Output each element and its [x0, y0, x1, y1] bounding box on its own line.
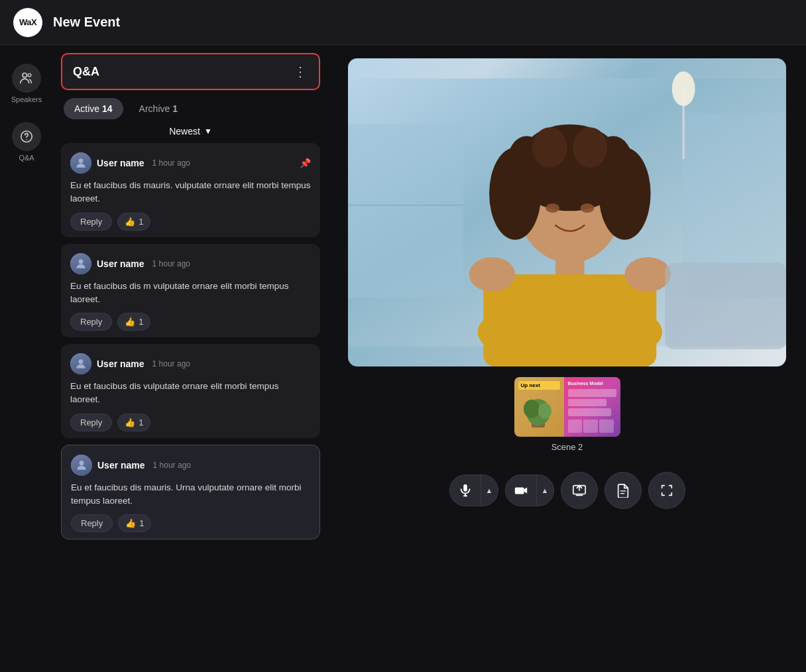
scene-thumb-right: Business Model	[564, 377, 620, 437]
sidebar-item-qa[interactable]: Q&A	[7, 117, 46, 167]
like-count-2: 1	[139, 317, 143, 327]
svg-point-6	[79, 359, 84, 364]
q-user-row-3: User name 1 hour ago	[70, 353, 311, 374]
pin-icon-1: 📌	[300, 158, 311, 168]
avatar-4	[71, 455, 92, 476]
thumb-up-icon-2: 👍	[125, 317, 135, 327]
svg-point-27	[581, 203, 595, 213]
topbar: WaX New Event	[0, 0, 806, 45]
svg-point-5	[79, 259, 84, 264]
thumb-up-icon-4: 👍	[125, 518, 136, 528]
svg-point-7	[80, 461, 84, 465]
question-card-2: User name 1 hour ago Eu et faucibus dis …	[61, 244, 320, 338]
q-time-1: 1 hour ago	[152, 158, 190, 168]
thumb-up-icon-1: 👍	[125, 217, 135, 227]
svg-point-29	[624, 257, 671, 292]
q-time-3: 1 hour ago	[152, 359, 190, 368]
q-text-1: Eu et faucibus dis mauris. vulputate orn…	[70, 179, 311, 206]
like-count-1: 1	[139, 217, 143, 227]
svg-point-26	[546, 203, 559, 213]
scene-thumbnail[interactable]: Up next Business Model	[514, 377, 620, 437]
q-user-row-4: User name 1 hour ago	[71, 455, 310, 476]
avatar-2	[70, 253, 91, 274]
qa-panel-title: Q&A	[73, 65, 99, 79]
business-model-label: Business Model	[568, 381, 616, 386]
svg-point-25	[573, 127, 607, 168]
document-button[interactable]	[604, 472, 642, 509]
sidebar: Speakers Q&A	[0, 45, 53, 672]
username-2: User name	[97, 258, 144, 269]
qa-tabs: Active 14 Archive 1	[61, 98, 320, 119]
video-container	[348, 58, 786, 366]
q-actions-1: Reply 👍 1	[70, 213, 311, 231]
reply-button-1[interactable]: Reply	[70, 213, 112, 231]
like-button-4[interactable]: 👍 1	[118, 514, 151, 532]
q-text-2: Eu et faucibus dis m vulputate ornare el…	[70, 280, 311, 307]
q-text-3: Eu et faucibus dis vulputate ornare elit…	[70, 380, 311, 407]
sort-chevron-icon: ▼	[204, 127, 212, 136]
wax-logo: WaX	[13, 8, 42, 37]
svg-point-33	[524, 400, 540, 418]
reply-button-4[interactable]: Reply	[71, 514, 113, 532]
reply-button-2[interactable]: Reply	[70, 313, 112, 331]
q-text-4: Eu et faucibus dis mauris. Urna vulputat…	[71, 481, 310, 508]
camera-chevron-icon[interactable]: ▲	[536, 475, 553, 506]
more-options-button[interactable]: ⋮	[294, 64, 308, 80]
share-screen-button[interactable]	[561, 472, 598, 509]
like-count-3: 1	[139, 418, 143, 427]
fullscreen-button[interactable]	[648, 472, 685, 509]
q-actions-3: Reply 👍 1	[70, 414, 311, 431]
q-actions-4: Reply 👍 1	[71, 514, 310, 532]
svg-rect-9	[348, 125, 463, 298]
q-time-4: 1 hour ago	[153, 461, 191, 470]
qa-icon	[12, 122, 41, 151]
sort-dropdown[interactable]: Newest ▼	[61, 126, 320, 137]
speakers-icon	[12, 64, 41, 93]
svg-point-28	[469, 257, 516, 292]
page-title: New Event	[53, 15, 120, 30]
username-3: User name	[97, 359, 144, 369]
video-feed	[348, 58, 786, 366]
username-4: User name	[97, 460, 145, 471]
thumb-up-icon-3: 👍	[125, 418, 135, 427]
tab-archive[interactable]: Archive 1	[129, 98, 188, 119]
svg-point-1	[28, 74, 31, 77]
question-card-4: User name 1 hour ago Eu et faucibus dis …	[61, 445, 320, 540]
like-count-4: 1	[139, 518, 144, 528]
up-next-badge: Up next	[518, 381, 560, 390]
svg-point-3	[26, 139, 27, 140]
svg-rect-30	[665, 263, 786, 349]
svg-point-34	[538, 403, 551, 419]
like-button-3[interactable]: 👍 1	[117, 414, 150, 431]
reply-button-3[interactable]: Reply	[70, 414, 112, 431]
q-actions-2: Reply 👍 1	[70, 313, 311, 331]
bottom-toolbar: ▲ ▲	[449, 463, 685, 522]
scene-label: Scene 2	[551, 442, 583, 452]
svg-point-24	[532, 127, 567, 168]
tab-active[interactable]: Active 14	[64, 98, 123, 119]
camera-button[interactable]	[506, 475, 536, 506]
like-button-2[interactable]: 👍 1	[117, 313, 150, 331]
svg-rect-38	[514, 487, 524, 494]
question-card-3: User name 1 hour ago Eu et faucibus dis …	[61, 344, 320, 438]
svg-point-13	[672, 72, 695, 106]
scene-thumb-left: Up next	[514, 377, 564, 437]
speakers-label: Speakers	[11, 95, 42, 103]
like-button-1[interactable]: 👍 1	[117, 213, 150, 231]
qa-label: Q&A	[19, 154, 34, 162]
sidebar-item-speakers[interactable]: Speakers	[6, 58, 47, 109]
main-layout: Speakers Q&A Q&A ⋮ Active 14	[0, 45, 806, 672]
scene-container: Up next Business Model	[514, 377, 620, 452]
qa-panel: Q&A ⋮ Active 14 Archive 1 Newest ▼	[53, 45, 328, 672]
mic-chevron-icon[interactable]: ▲	[481, 475, 498, 506]
mic-button[interactable]	[450, 475, 481, 506]
svg-rect-15	[483, 274, 656, 366]
username-1: User name	[97, 158, 144, 168]
question-card-1: User name 1 hour ago 📌 Eu et faucibus di…	[61, 143, 320, 237]
mic-button-group[interactable]: ▲	[449, 475, 498, 506]
sort-label: Newest	[169, 126, 200, 137]
camera-button-group[interactable]: ▲	[505, 475, 554, 506]
q-user-row-1: User name 1 hour ago 📌	[70, 152, 311, 174]
svg-point-0	[23, 73, 27, 77]
right-content: Up next Business Model	[328, 45, 806, 672]
